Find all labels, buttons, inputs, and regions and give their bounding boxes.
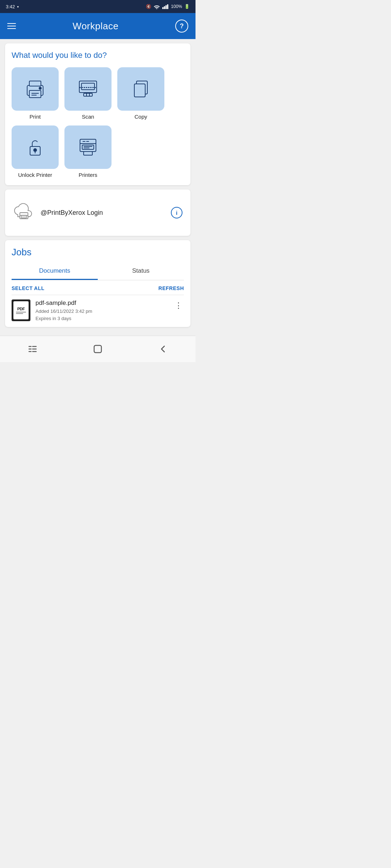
nav-home-icon bbox=[93, 344, 103, 354]
printer-icon bbox=[24, 77, 47, 101]
tabs-row: Documents Status bbox=[12, 263, 184, 280]
cloud-print-icon-wrap bbox=[13, 202, 35, 224]
svg-rect-11 bbox=[81, 83, 94, 90]
login-info-button[interactable]: i bbox=[171, 207, 182, 218]
svg-rect-1 bbox=[164, 7, 165, 9]
hamburger-menu-button[interactable] bbox=[7, 23, 16, 29]
svg-rect-5 bbox=[29, 81, 41, 86]
what-card: What would you like to do? bbox=[5, 43, 190, 185]
app-title: Workplace bbox=[73, 21, 119, 32]
status-bar: 3:42 ▪ 🔇 100% 🔋 bbox=[0, 0, 196, 13]
doc-name: pdf-sample.pdf bbox=[35, 299, 168, 307]
scan-button[interactable] bbox=[64, 67, 112, 111]
wifi-icon bbox=[154, 4, 160, 9]
help-icon: ? bbox=[180, 22, 184, 30]
svg-rect-40 bbox=[94, 345, 101, 353]
action-row-2: Unlock Printer bbox=[12, 125, 184, 178]
nav-menu-button[interactable] bbox=[20, 341, 45, 357]
nav-back-button[interactable] bbox=[151, 341, 175, 357]
doc-more-button[interactable]: ⋮ bbox=[173, 299, 184, 312]
select-all-button[interactable]: SELECT ALL bbox=[12, 285, 45, 291]
action-item-copy[interactable]: Copy bbox=[117, 67, 164, 120]
what-card-title: What would you like to do? bbox=[12, 51, 184, 60]
svg-rect-3 bbox=[167, 4, 169, 9]
action-item-scan[interactable]: Scan bbox=[64, 67, 112, 120]
nav-menu-icon bbox=[28, 344, 38, 354]
status-sim-icon: ▪ bbox=[17, 4, 19, 9]
info-icon: i bbox=[176, 210, 177, 216]
login-card: @PrintByXerox Login i bbox=[5, 190, 190, 236]
unlock-printer-button[interactable] bbox=[12, 125, 59, 169]
copy-icon bbox=[129, 77, 152, 101]
svg-rect-25 bbox=[82, 145, 94, 149]
unlock-printer-icon bbox=[24, 136, 47, 159]
pdf-icon: PDF bbox=[12, 299, 30, 321]
app-bar: Workplace ? bbox=[0, 13, 196, 39]
refresh-button[interactable]: REFRESH bbox=[159, 285, 184, 291]
battery-text: 100% bbox=[171, 4, 182, 9]
printers-icon bbox=[76, 136, 100, 159]
svg-rect-17 bbox=[134, 84, 145, 97]
signal-icon bbox=[162, 4, 169, 9]
svg-point-9 bbox=[39, 87, 41, 89]
tab-status[interactable]: Status bbox=[98, 263, 184, 280]
main-content: What would you like to do? bbox=[0, 39, 196, 331]
scan-icon bbox=[76, 77, 100, 101]
svg-rect-28 bbox=[84, 152, 92, 155]
mute-icon: 🔇 bbox=[146, 4, 151, 9]
jobs-section: Jobs Documents Status SELECT ALL REFRESH… bbox=[5, 240, 190, 327]
action-item-unlock-printer[interactable]: Unlock Printer bbox=[12, 125, 59, 178]
cloud-print-icon bbox=[14, 203, 34, 223]
doc-added: Added 16/11/2022 3:42 pm Expires in 3 da… bbox=[35, 308, 168, 322]
help-button[interactable]: ? bbox=[175, 20, 188, 33]
printers-button[interactable] bbox=[64, 125, 112, 169]
jobs-title: Jobs bbox=[12, 247, 184, 258]
action-item-printers[interactable]: Printers bbox=[64, 125, 112, 178]
nav-back-icon bbox=[158, 344, 168, 354]
action-grid: Print Scan bbox=[12, 67, 184, 178]
actions-bar: SELECT ALL REFRESH bbox=[12, 280, 184, 295]
svg-rect-0 bbox=[163, 7, 164, 9]
scan-label: Scan bbox=[82, 114, 94, 120]
document-item: PDF pdf-sample.pdf Added 16/11/2022 3:42… bbox=[12, 295, 184, 327]
unlock-printer-label: Unlock Printer bbox=[18, 172, 52, 178]
login-row: @PrintByXerox Login i bbox=[12, 197, 184, 229]
tab-documents[interactable]: Documents bbox=[12, 263, 98, 280]
copy-label: Copy bbox=[134, 114, 147, 120]
pdf-label: PDF bbox=[17, 307, 25, 311]
nav-home-button[interactable] bbox=[85, 341, 110, 357]
status-bar-left: 3:42 ▪ bbox=[6, 4, 19, 9]
print-button[interactable] bbox=[12, 67, 59, 111]
action-row-1: Print Scan bbox=[12, 67, 184, 120]
print-label: Print bbox=[30, 114, 41, 120]
status-time: 3:42 bbox=[6, 4, 15, 9]
bottom-nav bbox=[0, 336, 196, 362]
printers-label: Printers bbox=[79, 172, 97, 178]
battery-icon: 🔋 bbox=[184, 4, 190, 9]
status-bar-right: 🔇 100% 🔋 bbox=[146, 4, 190, 9]
svg-rect-13 bbox=[84, 93, 92, 96]
svg-rect-2 bbox=[165, 5, 167, 9]
svg-point-19 bbox=[34, 149, 37, 152]
copy-button[interactable] bbox=[117, 67, 164, 111]
action-item-print[interactable]: Print bbox=[12, 67, 59, 120]
svg-rect-6 bbox=[29, 90, 41, 98]
svg-rect-33 bbox=[21, 215, 27, 218]
login-text: @PrintByXerox Login bbox=[41, 209, 165, 217]
doc-info: pdf-sample.pdf Added 16/11/2022 3:42 pm … bbox=[35, 299, 168, 322]
